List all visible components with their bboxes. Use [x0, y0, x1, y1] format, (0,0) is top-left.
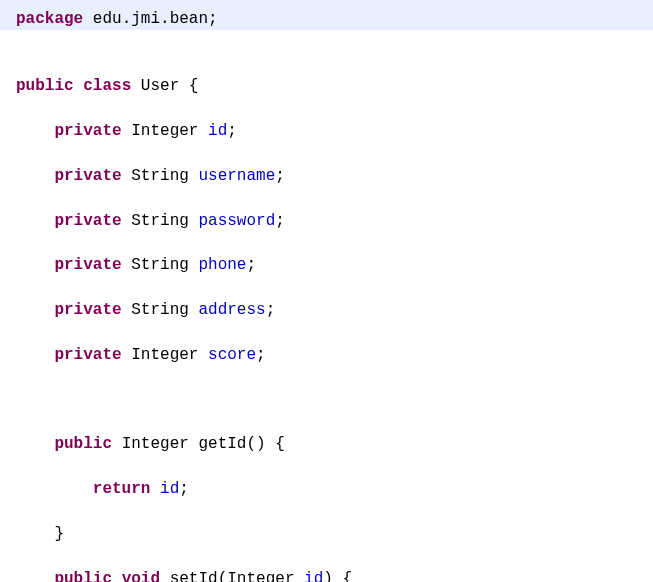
keyword-private: private	[54, 301, 121, 319]
keyword-private: private	[54, 212, 121, 230]
line-setid-decl: public void setId(Integer id) {	[16, 568, 637, 582]
line-field-password: private String password;	[16, 210, 637, 232]
field-username: username	[198, 167, 275, 185]
method-getid: getId	[198, 435, 246, 453]
code-block: package edu.jmi.bean; public class User …	[0, 0, 653, 582]
keyword-public: public	[16, 77, 74, 95]
type-string: String	[131, 256, 189, 274]
field-id: id	[208, 122, 227, 140]
package-name: edu.jmi.bean	[93, 10, 208, 28]
ref-id: id	[160, 480, 179, 498]
type-integer: Integer	[227, 570, 294, 582]
field-address: address	[198, 301, 265, 319]
line-getid-return: return id;	[16, 478, 637, 500]
type-string: String	[131, 212, 189, 230]
line-package: package edu.jmi.bean;	[0, 0, 653, 30]
line-field-score: private Integer score;	[16, 344, 637, 366]
line-field-phone: private String phone;	[16, 254, 637, 276]
line-field-username: private String username;	[16, 165, 637, 187]
field-password: password	[198, 212, 275, 230]
keyword-void: void	[122, 570, 160, 582]
keyword-private: private	[54, 167, 121, 185]
keyword-package: package	[16, 10, 83, 28]
keyword-public: public	[54, 570, 112, 582]
keyword-class: class	[83, 77, 131, 95]
keyword-private: private	[54, 122, 121, 140]
type-string: String	[131, 301, 189, 319]
class-name: User	[141, 77, 179, 95]
param-id: id	[304, 570, 323, 582]
line-field-id: private Integer id;	[16, 120, 637, 142]
keyword-public: public	[54, 435, 112, 453]
type-integer: Integer	[131, 346, 198, 364]
line-class-decl: public class User {	[16, 75, 637, 97]
type-integer: Integer	[131, 122, 198, 140]
method-setid: setId	[170, 570, 218, 582]
type-integer: Integer	[122, 435, 189, 453]
type-string: String	[131, 167, 189, 185]
keyword-return: return	[93, 480, 151, 498]
line-getid-decl: public Integer getId() {	[16, 433, 637, 455]
keyword-private: private	[54, 256, 121, 274]
line-field-address: private String address;	[16, 299, 637, 321]
field-phone: phone	[198, 256, 246, 274]
keyword-private: private	[54, 346, 121, 364]
field-score: score	[208, 346, 256, 364]
line-getid-close: }	[16, 523, 637, 545]
